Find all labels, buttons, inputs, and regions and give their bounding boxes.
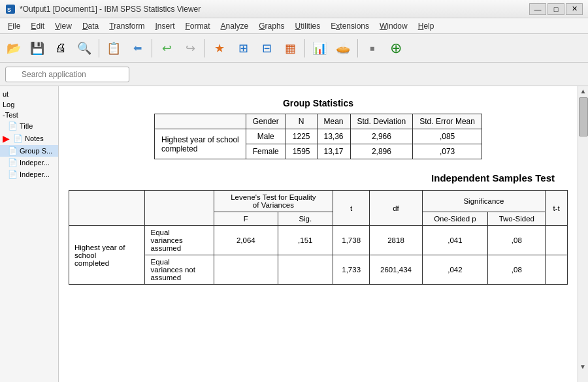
toolbar-separator-1: [99, 39, 99, 57]
grid-button[interactable]: [279, 37, 301, 59]
table-row: Highest year of schoolcompleted Male 122…: [155, 129, 482, 144]
gray-box-button[interactable]: [361, 37, 384, 59]
sidebar-label-title: Title: [20, 122, 33, 130]
indep-empty-2: [145, 191, 214, 226]
maximize-button[interactable]: □: [547, 3, 564, 15]
menu-edit[interactable]: Edit: [25, 20, 50, 32]
indep-extra-2: [546, 255, 568, 285]
indep-df-1: 2818: [370, 226, 422, 255]
arrow-icon: ▶: [3, 133, 10, 144]
sidebar-item-title[interactable]: 📄 Title: [0, 120, 58, 132]
add-circle-icon: [390, 40, 402, 57]
redo-button[interactable]: [179, 37, 201, 59]
search-wrap: 🔍: [5, 67, 129, 82]
scroll-up-arrow[interactable]: ▲: [580, 86, 587, 96]
window-controls: — □ ✕: [529, 3, 583, 15]
gs-stderr-2: ,073: [413, 144, 482, 159]
copy-button[interactable]: [103, 37, 125, 59]
star-icon: [214, 41, 225, 56]
save-button[interactable]: [26, 37, 48, 59]
pie-button[interactable]: [332, 37, 354, 59]
save-icon: [30, 41, 44, 56]
menu-view[interactable]: View: [50, 20, 77, 32]
levene-header: Levene's Test for Equalityof Variances: [214, 191, 333, 212]
sidebar-item-indep2[interactable]: 📄 Indeper...: [0, 168, 58, 180]
table-row: Highest year ofschoolcompleted Equalvari…: [69, 226, 568, 255]
levene-sig: Sig.: [278, 212, 333, 226]
sidebar-item-group-stats[interactable]: 📄 Group S...: [0, 145, 58, 157]
gs-stderr-1: ,085: [413, 129, 482, 144]
menu-file[interactable]: File: [3, 20, 25, 32]
menu-format[interactable]: Format: [180, 20, 216, 32]
indep-extra-1: [546, 226, 568, 255]
gs-mean-2: 13,17: [317, 144, 350, 159]
nav-left-button[interactable]: [126, 37, 148, 59]
chart-button[interactable]: [308, 37, 331, 59]
gray-box-icon: [370, 39, 376, 57]
sidebar-item-indep1[interactable]: 📄 Indeper...: [0, 157, 58, 168]
gs-n-2: 1595: [286, 144, 317, 159]
table1-icon: [238, 41, 248, 56]
menu-insert[interactable]: Insert: [150, 20, 180, 32]
indep-equal-var-assumed: Equalvariancesassumed: [145, 226, 214, 255]
group-statistics-table: Group Statistics Gender N Mean Std. Devi…: [154, 93, 482, 159]
gs-row-label: Highest year of schoolcompleted: [155, 129, 246, 159]
vertical-scrollbar[interactable]: ▲ ▼: [578, 86, 588, 382]
svg-text:S: S: [7, 7, 11, 13]
menu-window[interactable]: Window: [374, 20, 413, 32]
sidebar-label-log: Log: [3, 101, 14, 108]
table1-button[interactable]: [232, 37, 254, 59]
search-input[interactable]: [5, 67, 129, 82]
sidebar-item-notes[interactable]: ▶ 📄 Notes: [0, 132, 58, 145]
print-button[interactable]: [50, 37, 72, 59]
star-button[interactable]: [208, 37, 231, 59]
indep-row-label: Highest year ofschoolcompleted: [69, 226, 145, 285]
gs-stddev-2: 2,896: [350, 144, 413, 159]
zoom-icon: [77, 41, 91, 56]
open-folder-button[interactable]: [3, 37, 25, 59]
toolbar-separator-5: [357, 39, 358, 57]
scroll-thumb[interactable]: [579, 97, 588, 136]
indep-equal-var-not: Equalvariances notassumed: [145, 255, 214, 285]
minimize-button[interactable]: —: [529, 3, 546, 15]
sidebar-item-test[interactable]: -Test: [0, 110, 58, 120]
undo-button[interactable]: [155, 37, 178, 59]
indep-f-2: [214, 255, 278, 285]
menu-graphs[interactable]: Graphs: [253, 20, 289, 32]
window-title: *Output1 [Document1] - IBM SPSS Statisti…: [20, 5, 529, 14]
nav-left-icon: [133, 41, 142, 55]
indep-df-2: 2601,434: [370, 255, 422, 285]
indep-oneside-1: ,041: [422, 226, 488, 255]
sig-one-sided: One-Sided p: [422, 212, 488, 226]
indep-twoside-2: ,08: [488, 255, 546, 285]
table2-button[interactable]: [255, 37, 278, 59]
sidebar-item-ut[interactable]: ut: [0, 89, 58, 99]
menu-transform[interactable]: Transform: [104, 20, 150, 32]
indep-tt-col: t-t: [546, 191, 568, 226]
scroll-down-arrow[interactable]: ▼: [578, 363, 588, 370]
zoom-button[interactable]: [73, 37, 95, 59]
menu-utilities[interactable]: Utilities: [290, 20, 326, 32]
left-panel: ut Log -Test 📄 Title ▶ 📄 Notes 📄 Group S…: [0, 86, 59, 382]
table2-icon: [262, 41, 272, 56]
menu-bar: File Edit View Data Transform Insert For…: [0, 18, 588, 34]
menu-data[interactable]: Data: [77, 20, 104, 32]
doc-icon-notes: 📄: [13, 134, 23, 143]
menu-analyze[interactable]: Analyze: [216, 20, 254, 32]
sidebar-item-log[interactable]: Log: [0, 99, 58, 110]
sidebar-label-group: Group S...: [20, 147, 52, 155]
gs-stddev-1: 2,966: [350, 129, 413, 144]
menu-extensions[interactable]: Extensions: [325, 20, 374, 32]
add-circle-button[interactable]: [385, 37, 407, 59]
redo-icon: [186, 41, 195, 56]
gs-n-1: 1225: [286, 129, 317, 144]
group-stats-title: Group Statistics: [154, 93, 482, 114]
close-button[interactable]: ✕: [566, 3, 583, 15]
sidebar-label-indep1: Indeper...: [20, 159, 50, 167]
app-icon: S: [5, 4, 16, 14]
indep-twoside-1: ,08: [488, 226, 546, 255]
gs-mean-1: 13,36: [317, 129, 350, 144]
indep-sig-1: ,151: [278, 226, 333, 255]
print-icon: [55, 41, 67, 55]
menu-help[interactable]: Help: [413, 20, 440, 32]
